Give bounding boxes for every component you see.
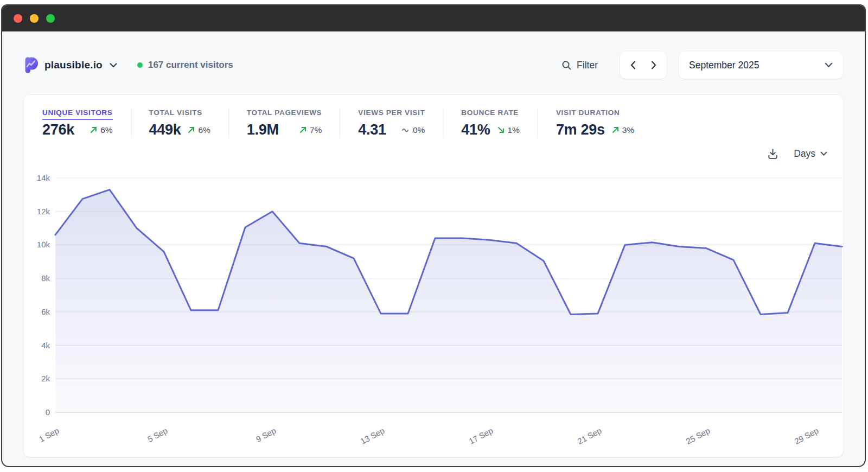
- stat-views-per-visit[interactable]: VIEWS PER VISIT 4.31 0%: [340, 109, 443, 138]
- date-range-picker[interactable]: September 2025: [679, 52, 843, 79]
- x-axis-label: 5 Sep: [146, 426, 169, 444]
- current-visitors[interactable]: 167 current visitors: [137, 60, 233, 71]
- filter-label: Filter: [577, 60, 598, 71]
- date-range-label: September 2025: [689, 60, 759, 71]
- stat-label: TOTAL PAGEVIEWS: [247, 109, 322, 117]
- close-window-button[interactable]: [14, 14, 22, 23]
- stat-change-value: 1%: [508, 125, 520, 135]
- stat-visit-duration[interactable]: VISIT DURATION 7m 29s 3%: [538, 109, 652, 138]
- stat-value: 1.9M: [247, 122, 279, 138]
- stat-change: 6%: [90, 125, 112, 135]
- trend-up-icon: [187, 126, 195, 134]
- stat-label: VIEWS PER VISIT: [358, 109, 425, 117]
- x-axis-label: 1 Sep: [37, 426, 61, 444]
- chevron-down-icon: [825, 62, 833, 68]
- app-window: plausible.io 167 current visitors Filter: [1, 4, 866, 467]
- trend-down-icon: [497, 126, 505, 134]
- stat-change-value: 6%: [198, 125, 210, 135]
- y-axis-label: 4k: [41, 341, 50, 350]
- chevron-left-icon: [630, 61, 636, 69]
- chevron-right-icon: [651, 61, 656, 69]
- y-axis-label: 14k: [37, 173, 50, 182]
- interval-label: Days: [794, 148, 815, 160]
- stat-change-value: 7%: [310, 125, 322, 135]
- stat-bounce-rate[interactable]: BOUNCE RATE 41% 1%: [443, 109, 538, 138]
- x-axis-label: 13 Sep: [359, 426, 386, 446]
- trend-up-icon: [90, 126, 98, 134]
- stat-value: 41%: [461, 122, 490, 138]
- stat-change: 6%: [187, 125, 210, 135]
- window-titlebar: [2, 5, 865, 31]
- stat-label: TOTAL VISITS: [149, 109, 202, 117]
- stat-change: 3%: [611, 125, 634, 135]
- stat-change-value: 0%: [413, 125, 425, 135]
- previous-period-button[interactable]: [626, 55, 641, 75]
- stat-value: 449k: [149, 122, 181, 138]
- y-axis-label: 10k: [37, 240, 50, 249]
- download-icon: [767, 148, 779, 160]
- site-name: plausible.io: [44, 59, 103, 71]
- trend-up-icon: [299, 126, 307, 134]
- y-axis-label: 6k: [41, 307, 50, 316]
- stat-total-visits[interactable]: TOTAL VISITS 449k 6%: [131, 109, 228, 138]
- x-axis-label: 25 Sep: [684, 426, 711, 446]
- chevron-down-icon: [820, 151, 827, 156]
- stat-unique-visitors[interactable]: UNIQUE VISITORS 276k 6%: [42, 109, 131, 138]
- dashboard-header: plausible.io 167 current visitors Filter: [24, 52, 843, 79]
- x-axis-label: 9 Sep: [254, 426, 278, 444]
- stat-value: 4.31: [358, 122, 386, 138]
- chevron-down-icon: [110, 63, 117, 68]
- trend-flat-icon: [401, 126, 410, 134]
- stats-row: UNIQUE VISITORS 276k 6% TOTAL VISITS: [24, 95, 843, 138]
- zoom-window-button[interactable]: [46, 14, 55, 23]
- stat-total-pageviews[interactable]: TOTAL PAGEVIEWS 1.9M 7%: [228, 109, 340, 138]
- x-axis-label: 29 Sep: [793, 426, 820, 446]
- trend-up-icon: [611, 126, 620, 134]
- stat-label: UNIQUE VISITORS: [42, 109, 113, 120]
- date-nav: [620, 52, 667, 79]
- export-button[interactable]: [767, 148, 779, 160]
- stat-change: 0%: [401, 125, 425, 135]
- y-axis-label: 2k: [41, 374, 50, 383]
- y-axis-label: 12k: [37, 207, 50, 216]
- current-visitors-label: 167 current visitors: [148, 60, 233, 71]
- minimize-window-button[interactable]: [30, 14, 39, 23]
- search-icon: [561, 60, 572, 71]
- y-axis-label: 0: [46, 407, 50, 417]
- chart-controls: Days: [767, 148, 827, 160]
- site-switcher-button[interactable]: [110, 63, 117, 68]
- visitors-area-fill: [55, 190, 842, 412]
- stat-change-value: 3%: [622, 125, 634, 135]
- y-axis-label: 8k: [41, 273, 50, 283]
- x-axis-label: 17 Sep: [467, 426, 494, 446]
- stat-label: VISIT DURATION: [556, 109, 620, 117]
- next-period-button[interactable]: [646, 55, 661, 75]
- dashboard-page: plausible.io 167 current visitors Filter: [2, 52, 865, 457]
- stat-change-value: 6%: [100, 125, 112, 135]
- stat-label: BOUNCE RATE: [461, 109, 519, 117]
- x-axis-label: 21 Sep: [576, 426, 603, 446]
- stat-value: 7m 29s: [556, 122, 605, 138]
- visitors-area-chart: 02k4k6k8k10k12k14k1 Sep5 Sep9 Sep13 Sep1…: [24, 171, 845, 450]
- stat-change: 7%: [299, 125, 322, 135]
- filter-button[interactable]: Filter: [561, 60, 598, 71]
- visitors-chart[interactable]: 02k4k6k8k10k12k14k1 Sep5 Sep9 Sep13 Sep1…: [24, 171, 845, 450]
- analytics-card: UNIQUE VISITORS 276k 6% TOTAL VISITS: [24, 95, 843, 457]
- plausible-logo-icon: [24, 57, 39, 73]
- stat-change: 1%: [497, 125, 520, 135]
- live-dot-icon: [137, 62, 143, 68]
- interval-dropdown[interactable]: Days: [794, 148, 827, 160]
- stat-value: 276k: [42, 122, 74, 138]
